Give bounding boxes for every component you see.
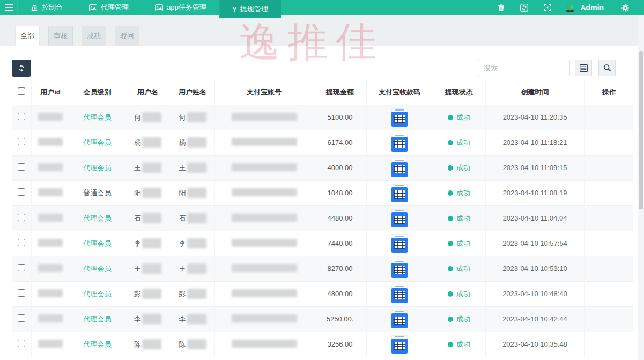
- tab-rejected[interactable]: 驳回: [115, 26, 139, 46]
- realname-redacted: [187, 314, 206, 324]
- username-cell: 李: [125, 238, 171, 248]
- clear-cache-icon[interactable]: [513, 0, 536, 15]
- status-label: 成功: [456, 163, 470, 173]
- tab-success[interactable]: 成功: [82, 26, 106, 46]
- col-amount: 提现金额: [314, 80, 366, 105]
- qr-blue-frame: [391, 288, 408, 303]
- realname-first-char: 彭: [179, 289, 186, 299]
- table-row: 代理会员 何 何 5100.00 成功 20: [12, 105, 633, 130]
- refresh-icon: [18, 64, 25, 72]
- settings-gear-icon[interactable]: [613, 0, 636, 15]
- qr-label: [391, 335, 408, 339]
- admin-user-menu[interactable]: Admin: [559, 3, 613, 12]
- trash-icon[interactable]: [490, 0, 513, 15]
- qr-blue-frame: [391, 339, 408, 354]
- alipay-qr-code-image[interactable]: [391, 108, 408, 127]
- content-panel: 用户id 会员级别 用户名 用户姓名 支付宝账号 提现金额 支付宝收款码 提现状…: [0, 46, 644, 360]
- status-label: 成功: [456, 264, 470, 274]
- username-first-char: 李: [134, 239, 141, 248]
- actions-cell: [584, 205, 633, 231]
- realname-first-char: 杨: [179, 138, 186, 148]
- row-checkbox[interactable]: [18, 214, 25, 221]
- nav-item-app-tasks[interactable]: app任务管理: [142, 0, 219, 15]
- alipay-qr-code-image[interactable]: [391, 234, 408, 253]
- status-label: 成功: [456, 289, 470, 299]
- tab-all[interactable]: 全部: [15, 26, 40, 46]
- col-username: 用户名: [125, 80, 171, 105]
- member-level[interactable]: 代理会员: [84, 138, 112, 146]
- vertical-scrollbar[interactable]: [638, 15, 644, 360]
- search-input[interactable]: [478, 60, 570, 76]
- realname-first-char: 李: [179, 239, 186, 248]
- member-level[interactable]: 代理会员: [84, 113, 112, 121]
- qr-label: [391, 108, 408, 112]
- col-created-time: 创建时间: [485, 80, 584, 105]
- qr-pattern: [394, 140, 405, 148]
- user-id-redacted: [38, 289, 63, 297]
- member-level[interactable]: 代理会员: [84, 315, 112, 323]
- table-row: 代理会员 王 王 8270.00 成功 20: [12, 256, 633, 281]
- realname-redacted: [187, 112, 206, 122]
- member-level[interactable]: 代理会员: [84, 340, 112, 348]
- tab-review[interactable]: 审核: [48, 26, 73, 46]
- member-level[interactable]: 代理会员: [84, 239, 112, 247]
- status-label: 成功: [456, 239, 470, 248]
- status-dot-icon: [448, 216, 453, 221]
- actions-cell: [584, 231, 633, 256]
- nav-item-withdrawals[interactable]: ¥ 提现管理: [219, 0, 281, 18]
- columns-button[interactable]: [575, 60, 592, 76]
- nav-item-label: app任务管理: [167, 3, 206, 12]
- realname-redacted: [187, 137, 206, 148]
- realname-cell: 李: [171, 314, 214, 324]
- alipay-qr-code-image[interactable]: [391, 310, 408, 328]
- navbar-right: Admin: [490, 0, 644, 15]
- row-checkbox[interactable]: [18, 289, 25, 297]
- scrollbar-thumb[interactable]: [639, 51, 643, 209]
- realname-cell: 阳: [171, 188, 214, 198]
- member-level[interactable]: 代理会员: [84, 290, 112, 298]
- select-all-checkbox[interactable]: [18, 87, 25, 95]
- alipay-qr-code-image[interactable]: [391, 184, 408, 202]
- row-checkbox[interactable]: [18, 163, 25, 171]
- row-checkbox[interactable]: [18, 264, 25, 271]
- row-checkbox[interactable]: [18, 314, 25, 322]
- member-level[interactable]: 代理会员: [84, 265, 112, 273]
- fullscreen-icon[interactable]: [536, 0, 559, 15]
- alipay-qr-code-image[interactable]: [391, 159, 408, 177]
- member-level[interactable]: 代理会员: [84, 214, 112, 222]
- alipay-qr-code-image[interactable]: [391, 285, 408, 303]
- alipay-qr-code-image[interactable]: [391, 209, 408, 227]
- row-checkbox[interactable]: [18, 138, 25, 145]
- table-row: 代理会员 李 李 5250.00. 成功 2: [12, 306, 633, 332]
- avatar: [564, 3, 576, 12]
- qr-label: [391, 184, 408, 187]
- columns-list-icon: [580, 64, 588, 72]
- alipay-qr-code-image[interactable]: [391, 335, 408, 354]
- username-redacted: [142, 213, 161, 223]
- hamburger-menu-icon[interactable]: [0, 0, 17, 15]
- member-level[interactable]: 代理会员: [84, 164, 112, 172]
- withdraw-status: 成功: [433, 239, 485, 248]
- nav-item-dashboard[interactable]: 控制台: [17, 0, 76, 15]
- status-label: 成功: [456, 340, 470, 349]
- username-cell: 石: [125, 213, 171, 223]
- col-realname: 用户姓名: [171, 80, 214, 105]
- qr-pattern: [394, 291, 405, 299]
- nav-item-agents[interactable]: 代理管理: [76, 0, 142, 15]
- row-checkbox[interactable]: [18, 113, 25, 120]
- status-dot-icon: [448, 342, 453, 347]
- withdraw-amount: 7440.00: [314, 231, 366, 256]
- row-checkbox[interactable]: [18, 188, 25, 196]
- row-checkbox[interactable]: [18, 340, 25, 347]
- alipay-qr-code-image[interactable]: [391, 260, 408, 278]
- username-redacted: [142, 238, 161, 248]
- alipay-qr-code-image[interactable]: [391, 134, 408, 152]
- realname-first-char: 阳: [179, 188, 186, 198]
- refresh-button[interactable]: [12, 60, 31, 77]
- withdraw-status: 成功: [433, 289, 485, 299]
- alipay-account-redacted: [232, 289, 297, 297]
- realname-first-char: 王: [179, 163, 186, 173]
- member-level[interactable]: 普通会员: [84, 189, 112, 197]
- row-checkbox[interactable]: [18, 239, 25, 246]
- search-button[interactable]: [598, 60, 616, 76]
